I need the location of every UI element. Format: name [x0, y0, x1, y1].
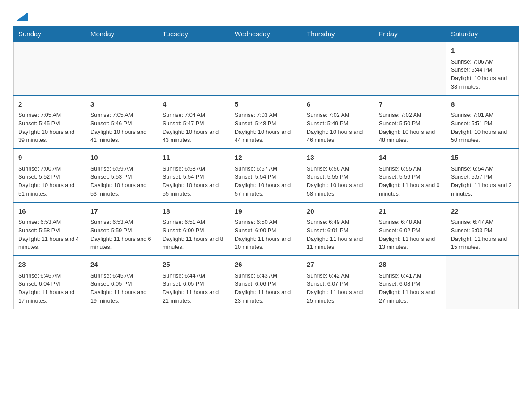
day-number: 11	[163, 153, 225, 163]
day-number: 27	[307, 260, 369, 270]
day-info: Sunrise: 7:05 AMSunset: 5:46 PMDaylight:…	[90, 111, 153, 145]
calendar-cell	[230, 42, 302, 95]
weekday-header-thursday: Thursday	[302, 26, 374, 42]
day-number: 4	[163, 99, 225, 110]
calendar-cell	[374, 42, 446, 95]
calendar-cell: 26Sunrise: 6:43 AMSunset: 6:06 PMDayligh…	[230, 256, 302, 309]
calendar-cell: 4Sunrise: 7:04 AMSunset: 5:47 PMDaylight…	[158, 95, 230, 149]
calendar-week-row: 9Sunrise: 7:00 AMSunset: 5:52 PMDaylight…	[14, 149, 519, 202]
calendar-cell: 1Sunrise: 7:06 AMSunset: 5:44 PMDaylight…	[446, 42, 519, 95]
weekday-header-wednesday: Wednesday	[230, 26, 302, 42]
day-number: 2	[18, 99, 81, 110]
day-number: 10	[90, 153, 153, 163]
calendar-table: SundayMondayTuesdayWednesdayThursdayFrid…	[13, 26, 519, 309]
day-number: 3	[90, 99, 153, 110]
day-info: Sunrise: 7:01 AMSunset: 5:51 PMDaylight:…	[451, 111, 514, 145]
day-info: Sunrise: 6:58 AMSunset: 5:54 PMDaylight:…	[163, 165, 225, 198]
day-info: Sunrise: 6:51 AMSunset: 6:00 PMDaylight:…	[163, 218, 225, 252]
day-number: 21	[379, 206, 442, 217]
calendar-cell: 25Sunrise: 6:44 AMSunset: 6:05 PMDayligh…	[158, 256, 230, 309]
day-info: Sunrise: 6:42 AMSunset: 6:07 PMDaylight:…	[307, 272, 369, 305]
calendar-cell: 20Sunrise: 6:49 AMSunset: 6:01 PMDayligh…	[302, 202, 374, 256]
calendar-cell: 11Sunrise: 6:58 AMSunset: 5:54 PMDayligh…	[158, 149, 230, 202]
day-info: Sunrise: 7:06 AMSunset: 5:44 PMDaylight:…	[451, 58, 514, 91]
day-number: 1	[451, 46, 514, 56]
day-number: 17	[90, 206, 153, 217]
calendar-cell: 15Sunrise: 6:54 AMSunset: 5:57 PMDayligh…	[446, 149, 519, 202]
day-number: 19	[235, 206, 297, 217]
calendar-cell: 13Sunrise: 6:56 AMSunset: 5:55 PMDayligh…	[302, 149, 374, 202]
day-info: Sunrise: 6:54 AMSunset: 5:57 PMDaylight:…	[451, 165, 514, 198]
calendar-cell: 27Sunrise: 6:42 AMSunset: 6:07 PMDayligh…	[302, 256, 374, 309]
weekday-header-tuesday: Tuesday	[158, 26, 230, 42]
day-info: Sunrise: 6:44 AMSunset: 6:05 PMDaylight:…	[163, 272, 225, 305]
calendar-cell: 8Sunrise: 7:01 AMSunset: 5:51 PMDaylight…	[446, 95, 519, 149]
day-number: 24	[90, 260, 153, 270]
day-number: 20	[307, 206, 369, 217]
weekday-header-friday: Friday	[374, 26, 446, 42]
day-info: Sunrise: 7:03 AMSunset: 5:48 PMDaylight:…	[235, 111, 297, 145]
calendar-cell: 10Sunrise: 6:59 AMSunset: 5:53 PMDayligh…	[86, 149, 158, 202]
day-number: 25	[163, 260, 225, 270]
calendar-cell: 23Sunrise: 6:46 AMSunset: 6:04 PMDayligh…	[14, 256, 86, 309]
day-info: Sunrise: 6:53 AMSunset: 5:59 PMDaylight:…	[90, 218, 153, 252]
day-info: Sunrise: 7:02 AMSunset: 5:49 PMDaylight:…	[307, 111, 369, 145]
calendar-week-row: 2Sunrise: 7:05 AMSunset: 5:45 PMDaylight…	[14, 95, 519, 149]
day-info: Sunrise: 6:57 AMSunset: 5:54 PMDaylight:…	[235, 165, 297, 198]
day-number: 9	[18, 153, 81, 163]
weekday-header-sunday: Sunday	[14, 26, 86, 42]
day-number: 16	[18, 206, 81, 217]
calendar-cell: 16Sunrise: 6:53 AMSunset: 5:58 PMDayligh…	[14, 202, 86, 256]
day-info: Sunrise: 6:48 AMSunset: 6:02 PMDaylight:…	[379, 218, 442, 252]
calendar-cell	[158, 42, 230, 95]
weekday-header-monday: Monday	[86, 26, 158, 42]
day-number: 14	[379, 153, 442, 163]
day-number: 8	[451, 99, 514, 110]
day-info: Sunrise: 7:04 AMSunset: 5:47 PMDaylight:…	[163, 111, 225, 145]
day-number: 28	[379, 260, 442, 270]
day-number: 6	[307, 99, 369, 110]
day-info: Sunrise: 6:45 AMSunset: 6:05 PMDaylight:…	[90, 272, 153, 305]
day-info: Sunrise: 6:53 AMSunset: 5:58 PMDaylight:…	[18, 218, 81, 252]
logo	[13, 9, 30, 21]
day-info: Sunrise: 6:55 AMSunset: 5:56 PMDaylight:…	[379, 165, 442, 198]
calendar-cell: 12Sunrise: 6:57 AMSunset: 5:54 PMDayligh…	[230, 149, 302, 202]
day-info: Sunrise: 7:00 AMSunset: 5:52 PMDaylight:…	[18, 165, 81, 198]
day-info: Sunrise: 6:56 AMSunset: 5:55 PMDaylight:…	[307, 165, 369, 198]
calendar-cell: 6Sunrise: 7:02 AMSunset: 5:49 PMDaylight…	[302, 95, 374, 149]
page-header	[13, 9, 519, 21]
calendar-cell: 21Sunrise: 6:48 AMSunset: 6:02 PMDayligh…	[374, 202, 446, 256]
svg-marker-0	[15, 13, 28, 21]
calendar-cell: 22Sunrise: 6:47 AMSunset: 6:03 PMDayligh…	[446, 202, 519, 256]
calendar-cell: 3Sunrise: 7:05 AMSunset: 5:46 PMDaylight…	[86, 95, 158, 149]
calendar-header-row: SundayMondayTuesdayWednesdayThursdayFrid…	[14, 26, 519, 42]
calendar-cell: 19Sunrise: 6:50 AMSunset: 6:00 PMDayligh…	[230, 202, 302, 256]
day-info: Sunrise: 6:41 AMSunset: 6:08 PMDaylight:…	[379, 272, 442, 305]
day-number: 26	[235, 260, 297, 270]
calendar-cell: 18Sunrise: 6:51 AMSunset: 6:00 PMDayligh…	[158, 202, 230, 256]
day-number: 12	[235, 153, 297, 163]
day-info: Sunrise: 6:47 AMSunset: 6:03 PMDaylight:…	[451, 218, 514, 252]
day-info: Sunrise: 6:46 AMSunset: 6:04 PMDaylight:…	[18, 272, 81, 305]
calendar-cell: 5Sunrise: 7:03 AMSunset: 5:48 PMDaylight…	[230, 95, 302, 149]
day-info: Sunrise: 7:05 AMSunset: 5:45 PMDaylight:…	[18, 111, 81, 145]
calendar-week-row: 23Sunrise: 6:46 AMSunset: 6:04 PMDayligh…	[14, 256, 519, 309]
calendar-cell: 2Sunrise: 7:05 AMSunset: 5:45 PMDaylight…	[14, 95, 86, 149]
calendar-cell: 24Sunrise: 6:45 AMSunset: 6:05 PMDayligh…	[86, 256, 158, 309]
day-number: 5	[235, 99, 297, 110]
day-number: 18	[163, 206, 225, 217]
day-info: Sunrise: 7:02 AMSunset: 5:50 PMDaylight:…	[379, 111, 442, 145]
calendar-cell	[14, 42, 86, 95]
calendar-week-row: 1Sunrise: 7:06 AMSunset: 5:44 PMDaylight…	[14, 42, 519, 95]
day-number: 22	[451, 206, 514, 217]
calendar-cell	[302, 42, 374, 95]
day-number: 13	[307, 153, 369, 163]
calendar-cell: 7Sunrise: 7:02 AMSunset: 5:50 PMDaylight…	[374, 95, 446, 149]
logo-icon	[15, 9, 28, 21]
calendar-cell: 28Sunrise: 6:41 AMSunset: 6:08 PMDayligh…	[374, 256, 446, 309]
calendar-cell: 9Sunrise: 7:00 AMSunset: 5:52 PMDaylight…	[14, 149, 86, 202]
day-info: Sunrise: 6:49 AMSunset: 6:01 PMDaylight:…	[307, 218, 369, 252]
calendar-week-row: 16Sunrise: 6:53 AMSunset: 5:58 PMDayligh…	[14, 202, 519, 256]
day-info: Sunrise: 6:59 AMSunset: 5:53 PMDaylight:…	[90, 165, 153, 198]
day-number: 7	[379, 99, 442, 110]
